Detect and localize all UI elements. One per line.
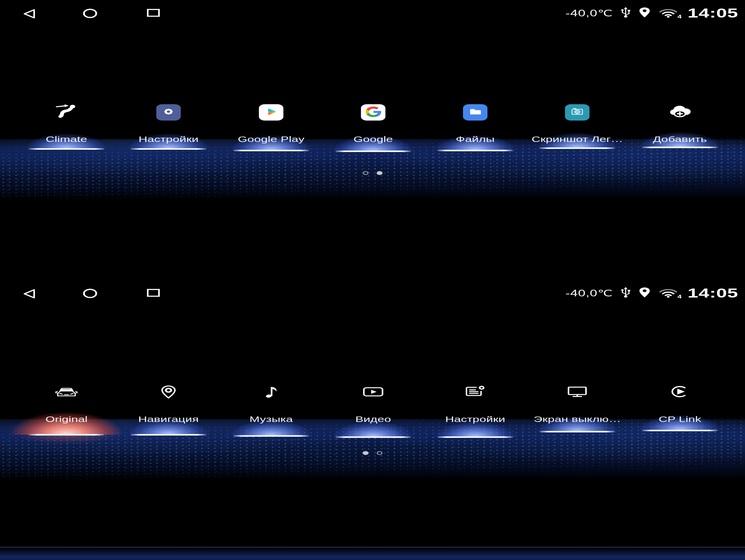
shelf-line: [642, 147, 718, 148]
app-icon-slot: [424, 103, 526, 121]
shelf-line: [28, 434, 104, 436]
back-button[interactable]: [22, 9, 36, 21]
back-button[interactable]: [22, 289, 36, 301]
monitor-icon: [564, 383, 591, 402]
launcher-page-apps: -40,0℃ 4 14:05 ClimateНастройкиGoogle Pl…: [0, 0, 745, 280]
app-label: Музыка: [220, 414, 322, 424]
app-shortcut-gear[interactable]: Настройки: [117, 103, 220, 144]
app-label: Добавить: [629, 134, 731, 144]
app-shortcut-monitor[interactable]: Экран выклю…: [526, 383, 629, 424]
usb-icon: [621, 287, 631, 300]
doc-gear-icon: [462, 383, 489, 402]
shelf-line: [437, 150, 513, 151]
folder-icon: [467, 107, 483, 119]
home-icon: [83, 289, 97, 300]
camera-icon: [569, 106, 586, 119]
app-label: Climate: [15, 134, 118, 144]
particle-wave-backdrop: [0, 139, 745, 199]
app-shortcut-music-note[interactable]: Музыка: [220, 383, 322, 424]
cloud-add-icon: [666, 103, 693, 122]
wifi-badge: 4: [677, 294, 682, 299]
car-launcher-screen: -40,0℃ 4 14:05 ClimateНастройкиGoogle Pl…: [0, 0, 745, 560]
app-icon-slot: [629, 103, 731, 121]
app-label: Настройки: [424, 414, 526, 424]
status-bar: -40,0℃ 4 14:05: [0, 282, 745, 304]
gear-icon: [160, 106, 177, 119]
clock-label: 14:05: [687, 286, 738, 301]
app-icon-slot: [322, 383, 425, 401]
location-icon: [638, 7, 651, 19]
app-shortcut-play-store[interactable]: Google Play: [220, 103, 322, 144]
app-label: Навигация: [117, 414, 220, 424]
app-label: Видео: [322, 414, 425, 424]
shelf-line: [131, 434, 206, 436]
app-tile: [361, 104, 385, 121]
temperature-label: -40,0℃: [565, 288, 613, 299]
shelf-line: [131, 148, 206, 150]
app-shortcut-camera[interactable]: Скриншот Лег…: [526, 103, 629, 144]
shelf-line: [539, 147, 615, 149]
app-label: Original: [15, 414, 118, 424]
climate-icon: [53, 103, 80, 122]
app-shortcut-folder[interactable]: Файлы: [424, 103, 526, 144]
app-shortcut-climate[interactable]: Climate: [15, 103, 118, 144]
back-icon: [22, 289, 36, 301]
app-icon-slot: [220, 383, 322, 401]
shelf-line: [233, 435, 309, 437]
home-button[interactable]: [83, 289, 97, 300]
home-button[interactable]: [83, 9, 97, 20]
play-store-icon: [263, 107, 279, 119]
wifi-badge: 4: [677, 14, 682, 19]
home-icon: [83, 9, 97, 20]
app-tile: [259, 104, 283, 121]
app-tile: [463, 104, 488, 121]
recents-button[interactable]: [146, 9, 160, 19]
shelf-line: [437, 436, 513, 438]
status-indicators: -40,0℃ 4 14:05: [565, 282, 738, 304]
page-dot: [363, 171, 369, 175]
cp-link-icon: [666, 383, 693, 402]
app-label: CP Link: [629, 414, 731, 424]
status-indicators: -40,0℃ 4 14:05: [565, 2, 738, 24]
car-icon: [53, 383, 80, 402]
app-shortcut-cloud-add[interactable]: Добавить: [629, 103, 731, 144]
app-icon-slot: [15, 103, 118, 121]
app-label: Экран выклю…: [526, 414, 629, 424]
app-label: Google: [322, 134, 425, 144]
launcher-page-main: -40,0℃ 4 14:05 OriginalНавигацияМузыкаВи…: [0, 280, 745, 560]
temperature-label: -40,0℃: [565, 8, 613, 19]
wifi-icon: 4: [658, 8, 680, 19]
wifi-icon: 4: [658, 288, 680, 299]
app-tile: [565, 104, 589, 121]
app-shortcut-doc-gear[interactable]: Настройки: [424, 383, 526, 424]
shelf-line: [642, 430, 718, 431]
page-indicator: [0, 171, 745, 175]
app-shortcut-video[interactable]: Видео: [322, 383, 425, 424]
shelf-line: [28, 148, 104, 150]
app-label: Google Play: [220, 134, 322, 144]
app-label: Файлы: [424, 134, 526, 144]
app-shortcut-google-g[interactable]: Google: [322, 103, 425, 144]
usb-icon: [621, 7, 631, 20]
app-shortcut-cp-link[interactable]: CP Link: [629, 383, 731, 424]
app-tile: [156, 104, 181, 121]
music-note-icon: [258, 383, 285, 402]
bottom-wave-sliver: [0, 547, 745, 560]
clock-label: 14:05: [687, 6, 738, 21]
recents-button[interactable]: [146, 289, 160, 299]
app-shortcut-nav-pin[interactable]: Навигация: [117, 383, 220, 424]
app-icon-slot: [117, 383, 220, 401]
page-indicator: [0, 451, 745, 455]
nav-pin-icon: [155, 383, 182, 402]
back-icon: [22, 9, 36, 21]
location-icon: [638, 287, 651, 299]
page-dot-active: [377, 171, 383, 175]
app-icon-slot: [629, 383, 731, 401]
recents-icon: [146, 289, 160, 299]
app-shortcut-car[interactable]: Original: [15, 383, 118, 424]
app-label: Настройки: [117, 134, 220, 144]
shelf-red-haze: [0, 435, 133, 447]
shelf-line: [539, 431, 615, 432]
page-dot-active: [363, 451, 369, 455]
particle-wave-backdrop: [0, 419, 745, 479]
